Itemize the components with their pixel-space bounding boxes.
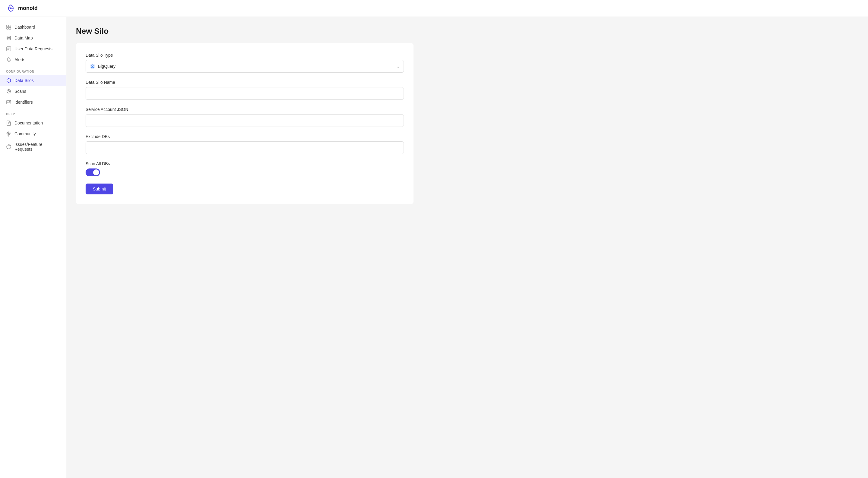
help-section-label: HELP (0, 107, 66, 118)
page-title: New Silo (76, 27, 858, 36)
scans-icon (6, 89, 11, 94)
sidebar-item-data-map[interactable]: Data Map (0, 33, 66, 43)
sidebar-label-identifiers: Identifiers (14, 100, 33, 104)
sidebar-label-dashboard: Dashboard (14, 25, 35, 30)
sidebar-item-scans[interactable]: Scans (0, 86, 66, 97)
svg-point-8 (8, 91, 10, 92)
exclude-dbs-group: Exclude DBs (86, 134, 404, 154)
sidebar-item-data-silos[interactable]: Data Silos (0, 75, 66, 86)
sidebar-label-alerts: Alerts (14, 57, 25, 62)
sidebar-item-community[interactable]: Community (0, 128, 66, 139)
user-data-requests-icon (6, 46, 11, 52)
service-account-json-input[interactable] (86, 114, 404, 127)
exclude-dbs-input[interactable] (86, 141, 404, 154)
data-silo-name-input[interactable] (86, 87, 404, 100)
scan-all-dbs-toggle[interactable] (86, 168, 404, 176)
service-account-json-group: Service Account JSON (86, 107, 404, 127)
logo[interactable]: monoid (6, 4, 38, 13)
chevron-down-icon: ⌄ (396, 64, 400, 69)
toggle-track-wrapper[interactable] (86, 168, 100, 176)
form-card: Data Silo Type BigQuery ⌄ Data Silo Name (76, 43, 413, 204)
svg-point-0 (10, 7, 12, 9)
svg-rect-3 (7, 27, 8, 29)
sidebar-label-data-silos: Data Silos (14, 78, 34, 83)
svg-rect-4 (9, 27, 11, 29)
scan-all-dbs-group: Scan All DBs (86, 161, 404, 176)
svg-rect-2 (9, 25, 11, 27)
sidebar-item-documentation[interactable]: Documentation (0, 118, 66, 128)
svg-point-5 (7, 36, 10, 38)
logo-icon (6, 4, 16, 13)
scan-all-dbs-label: Scan All DBs (86, 161, 404, 166)
layout: Dashboard Data Map User Data Requests (0, 17, 868, 478)
sidebar-item-issues[interactable]: Issues/Feature Requests (0, 139, 66, 154)
toggle-thumb (93, 169, 99, 176)
issues-icon (6, 144, 11, 150)
toggle-track (86, 168, 100, 176)
sidebar-item-alerts[interactable]: Alerts (0, 54, 66, 65)
sidebar-item-identifiers[interactable]: Identifiers (0, 97, 66, 107)
sidebar-label-scans: Scans (14, 89, 26, 94)
data-silo-type-group: Data Silo Type BigQuery ⌄ (86, 53, 404, 73)
data-silo-type-label: Data Silo Type (86, 53, 404, 58)
community-icon (6, 131, 11, 136)
data-map-icon (6, 35, 11, 41)
topbar: monoid (0, 0, 868, 17)
bigquery-icon (90, 63, 96, 69)
svg-rect-1 (7, 25, 8, 27)
sidebar-label-documentation: Documentation (14, 121, 43, 125)
logo-text: monoid (18, 5, 38, 11)
sidebar-label-community: Community (14, 131, 36, 136)
data-silo-name-group: Data Silo Name (86, 80, 404, 100)
alerts-icon (6, 57, 11, 62)
svg-point-11 (7, 102, 8, 103)
sidebar-label-issues: Issues/Feature Requests (14, 142, 60, 152)
sidebar-item-dashboard[interactable]: Dashboard (0, 22, 66, 33)
documentation-icon (6, 120, 11, 126)
svg-point-15 (92, 66, 93, 67)
svg-point-7 (7, 90, 10, 93)
identifiers-icon (6, 99, 11, 105)
data-silos-icon (6, 78, 11, 83)
main-content: New Silo Data Silo Type BigQuery ⌄ Data … (66, 17, 868, 478)
configuration-section-label: CONFIGURATION (0, 65, 66, 75)
submit-button[interactable]: Submit (86, 184, 113, 194)
svg-rect-10 (7, 100, 11, 104)
sidebar-label-data-map: Data Map (14, 36, 33, 40)
data-silo-type-select[interactable]: BigQuery ⌄ (86, 60, 404, 73)
sidebar-item-user-data-requests[interactable]: User Data Requests (0, 43, 66, 54)
sidebar-label-user-data-requests: User Data Requests (14, 46, 53, 51)
data-silo-type-value: BigQuery (98, 64, 396, 69)
exclude-dbs-label: Exclude DBs (86, 134, 404, 139)
sidebar: Dashboard Data Map User Data Requests (0, 17, 66, 478)
data-silo-name-label: Data Silo Name (86, 80, 404, 85)
service-account-json-label: Service Account JSON (86, 107, 404, 112)
dashboard-icon (6, 24, 11, 30)
